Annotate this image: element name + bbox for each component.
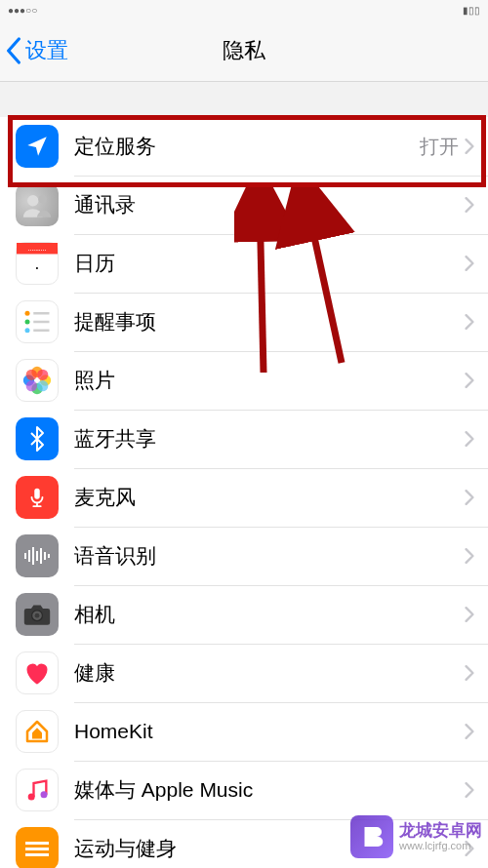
nav-bar: 设置 隐私 — [0, 20, 488, 82]
bluetooth-icon — [16, 417, 59, 460]
row-label: 相机 — [74, 601, 465, 628]
svg-rect-20 — [24, 553, 26, 559]
svg-rect-6 — [33, 312, 49, 315]
row-photos[interactable]: 照片 — [0, 351, 488, 410]
row-label: 日历 — [74, 250, 465, 277]
row-contacts[interactable]: 通讯录 — [0, 176, 488, 234]
photos-icon — [16, 359, 59, 402]
svg-point-0 — [27, 195, 38, 206]
chevron-right-icon — [465, 548, 474, 564]
svg-point-1 — [38, 195, 47, 204]
homekit-icon — [16, 710, 59, 753]
row-reminders[interactable]: 提醒事项 — [0, 293, 488, 351]
svg-point-18 — [26, 380, 37, 391]
svg-rect-24 — [40, 548, 42, 564]
row-speech[interactable]: 语音识别 — [0, 527, 488, 585]
svg-point-17 — [37, 380, 48, 391]
row-label: 定位服务 — [74, 133, 420, 160]
svg-rect-10 — [33, 330, 49, 333]
watermark: 龙城安卓网 www.lcjrfg.com — [350, 815, 482, 858]
contacts-icon — [16, 183, 59, 226]
svg-rect-31 — [25, 842, 49, 845]
chevron-right-icon — [465, 314, 474, 330]
chevron-left-icon — [6, 37, 21, 64]
chevron-right-icon — [465, 431, 474, 447]
back-label: 设置 — [25, 36, 68, 65]
speech-icon — [16, 534, 59, 577]
svg-point-29 — [28, 794, 35, 801]
row-bluetooth[interactable]: 蓝牙共享 — [0, 410, 488, 468]
row-music[interactable]: 媒体与 Apple Music — [0, 761, 488, 819]
svg-point-16 — [37, 370, 48, 380]
back-button[interactable]: 设置 — [0, 20, 68, 81]
row-label: 麦克风 — [74, 484, 465, 511]
motion-icon — [16, 827, 59, 868]
row-label: 蓝牙共享 — [74, 425, 465, 453]
row-label: 健康 — [74, 659, 465, 687]
svg-point-5 — [25, 311, 30, 316]
watermark-url: www.lcjrfg.com — [399, 840, 482, 852]
battery-icon: ▮▯▯ — [463, 5, 480, 16]
chevron-right-icon — [465, 138, 474, 154]
calendar-icon: ··········· — [16, 242, 59, 285]
svg-point-28 — [35, 613, 40, 618]
location-icon — [16, 125, 59, 168]
row-label: 照片 — [74, 367, 465, 394]
row-location[interactable]: 定位服务 打开 — [0, 117, 488, 176]
chevron-right-icon — [465, 490, 474, 505]
row-homekit[interactable]: HomeKit — [0, 702, 488, 761]
svg-point-15 — [26, 370, 37, 380]
svg-rect-25 — [44, 552, 46, 560]
health-icon — [16, 651, 59, 694]
chevron-right-icon — [465, 256, 474, 271]
svg-rect-26 — [48, 554, 50, 558]
chevron-right-icon — [465, 607, 474, 622]
row-microphone[interactable]: 麦克风 — [0, 468, 488, 527]
svg-point-7 — [25, 320, 30, 325]
chevron-right-icon — [465, 724, 474, 739]
svg-text:·: · — [34, 256, 39, 277]
camera-icon — [16, 593, 59, 636]
row-label: 提醒事项 — [74, 308, 465, 335]
watermark-logo-icon — [350, 815, 393, 858]
row-label: 媒体与 Apple Music — [74, 776, 465, 804]
signal-icon: ●●●○○ — [8, 5, 37, 16]
row-health[interactable]: 健康 — [0, 644, 488, 702]
watermark-title: 龙城安卓网 — [399, 821, 482, 841]
svg-rect-23 — [36, 551, 38, 561]
row-label: 语音识别 — [74, 542, 465, 570]
page-title: 隐私 — [223, 36, 265, 65]
chevron-right-icon — [465, 373, 474, 388]
row-calendar[interactable]: ··········· 日历 — [0, 234, 488, 293]
svg-rect-22 — [32, 547, 34, 565]
svg-rect-8 — [33, 321, 49, 324]
row-label: HomeKit — [74, 720, 465, 743]
microphone-icon — [16, 476, 59, 519]
music-icon — [16, 769, 59, 811]
row-value: 打开 — [420, 134, 459, 160]
svg-point-30 — [41, 791, 48, 798]
chevron-right-icon — [465, 665, 474, 681]
settings-list: 定位服务 打开 通讯录 ··········· 日历 提醒事项 照片 — [0, 117, 488, 868]
svg-rect-32 — [25, 848, 49, 850]
svg-text:··········: ·········· — [28, 247, 47, 254]
svg-rect-19 — [34, 489, 40, 499]
status-bar: ●●●○○ ▮▯▯ — [0, 0, 488, 20]
svg-rect-21 — [28, 550, 30, 562]
chevron-right-icon — [465, 197, 474, 213]
reminders-icon — [16, 300, 59, 343]
chevron-right-icon — [465, 782, 474, 798]
svg-rect-33 — [25, 853, 49, 856]
row-label: 通讯录 — [74, 191, 465, 218]
row-camera[interactable]: 相机 — [0, 585, 488, 644]
svg-point-9 — [25, 328, 30, 333]
